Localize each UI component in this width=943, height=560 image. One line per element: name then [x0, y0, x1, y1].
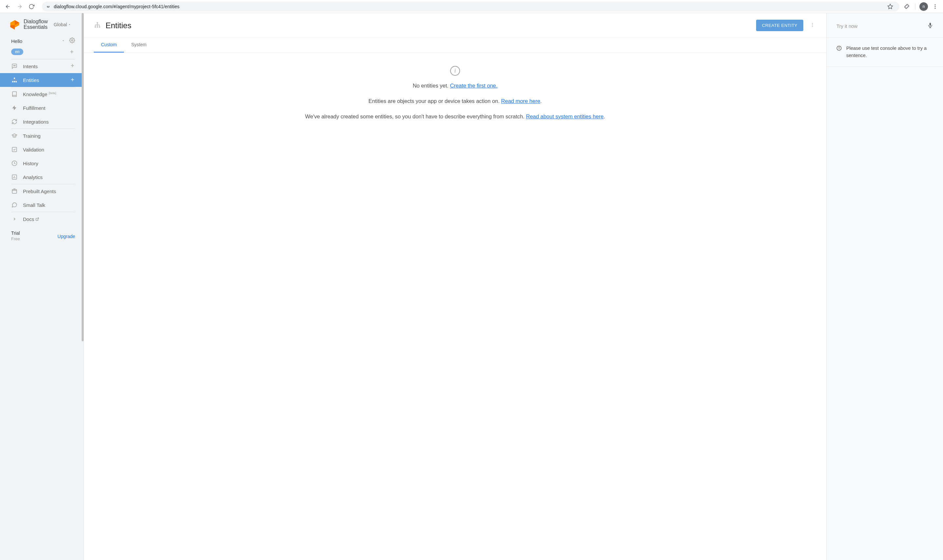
upgrade-link[interactable]: Upgrade [57, 234, 75, 239]
empty-state: i No entities yet. Create the first one.… [84, 53, 826, 141]
add-language-button[interactable] [69, 49, 75, 55]
brand-title: Dialogflow [24, 19, 48, 25]
more-menu-icon[interactable] [809, 21, 817, 30]
svg-point-13 [14, 66, 15, 66]
svg-rect-33 [97, 26, 98, 28]
sidebar-item-integrations[interactable]: Integrations [0, 115, 82, 129]
profile-avatar[interactable]: n [919, 2, 928, 11]
create-entity-button[interactable]: CREATE ENTITY [756, 20, 803, 31]
add-entities-button[interactable] [70, 76, 75, 84]
gear-icon[interactable] [69, 37, 75, 45]
svg-rect-23 [12, 147, 17, 152]
sidebar-item-knowledge[interactable]: Knowledge [beta] [0, 87, 82, 101]
language-pill[interactable]: en [11, 49, 23, 55]
svg-marker-8 [10, 25, 15, 30]
svg-point-3 [935, 4, 936, 5]
entities-icon [11, 77, 18, 83]
extensions-icon[interactable] [902, 2, 911, 11]
project-name[interactable]: Hello [11, 38, 22, 44]
browser-forward-button[interactable] [15, 2, 24, 11]
svg-point-12 [14, 66, 14, 66]
browser-back-button[interactable] [3, 2, 12, 11]
chevron-down-icon [68, 23, 71, 26]
check-icon [11, 146, 18, 153]
svg-point-40 [812, 26, 813, 27]
system-entities-link[interactable]: Read about system entities here [526, 114, 604, 119]
browser-reload-button[interactable] [27, 2, 36, 11]
sidebar-item-label: Analytics [23, 174, 75, 180]
sidebar-item-label: Validation [23, 147, 75, 152]
tab-custom[interactable]: Custom [94, 37, 124, 52]
svg-point-38 [812, 23, 813, 24]
sidebar-item-small-talk[interactable]: Small Talk [0, 198, 82, 212]
box-icon [11, 188, 18, 194]
book-icon [11, 91, 18, 97]
plan-tier: Free [11, 236, 20, 241]
sidebar-item-label: Training [23, 133, 75, 139]
chat-icon [11, 63, 18, 69]
sidebar-item-label: Entities [23, 77, 75, 83]
sidebar-item-label: Small Talk [23, 202, 75, 208]
read-more-link[interactable]: Read more here [501, 98, 540, 104]
content-area: Entities CREATE ENTITY CustomSystem i No… [84, 13, 827, 560]
tabs: CustomSystem [84, 37, 826, 53]
arrow-right-icon [11, 216, 18, 222]
svg-marker-2 [888, 4, 893, 9]
brand-subtitle: Essentials [24, 25, 48, 30]
browser-url-bar[interactable]: dialogflow.cloud.google.com/#/agent/mypr… [42, 2, 899, 11]
hint-info-icon [837, 46, 842, 59]
sidebar-item-docs[interactable]: Docs [0, 212, 82, 226]
sidebar-item-label: Knowledge [beta] [23, 91, 75, 97]
project-dropdown-icon[interactable] [61, 38, 65, 44]
site-info-icon[interactable] [46, 4, 51, 9]
svg-point-43 [839, 47, 839, 47]
plan-label: Trial [11, 231, 20, 236]
svg-rect-17 [14, 78, 15, 79]
beta-tag: [beta] [48, 91, 56, 95]
svg-rect-32 [99, 26, 100, 28]
sidebar-item-label: Integrations [23, 119, 75, 125]
star-icon[interactable] [886, 2, 895, 11]
sidebar-item-fulfillment[interactable]: Fulfillment [0, 101, 82, 115]
svg-rect-30 [97, 22, 98, 23]
dialogflow-logo-icon [9, 19, 20, 30]
try-it-now-input[interactable]: Try it now [837, 23, 857, 29]
create-first-link[interactable]: Create the first one. [450, 83, 497, 89]
sidebar-item-prebuilt-agents[interactable]: Prebuilt Agents [0, 184, 82, 198]
tab-system[interactable]: System [124, 37, 154, 52]
sidebar-item-analytics[interactable]: Analytics [0, 170, 82, 184]
sidebar-item-entities[interactable]: Entities [0, 73, 82, 87]
hint-text: Please use test console above to try a s… [846, 45, 933, 59]
sidebar-item-validation[interactable]: Validation [0, 143, 82, 156]
svg-rect-29 [12, 189, 17, 194]
svg-point-4 [935, 6, 936, 7]
school-icon [11, 132, 18, 139]
add-intents-button[interactable] [70, 63, 75, 70]
svg-point-9 [71, 40, 73, 41]
brand-block: Dialogflow Essentials Global [0, 13, 82, 34]
svg-rect-31 [95, 26, 96, 28]
svg-point-14 [15, 66, 16, 66]
browser-chrome: dialogflow.cloud.google.com/#/agent/mypr… [0, 0, 943, 13]
svg-rect-19 [16, 81, 17, 82]
chrome-menu-icon[interactable] [931, 2, 940, 11]
sidebar-item-history[interactable]: History [0, 156, 82, 170]
bolt-icon [11, 105, 18, 111]
sidebar-item-label: History [23, 161, 75, 166]
microphone-icon[interactable] [927, 22, 933, 30]
sidebar-item-label: Intents [23, 64, 75, 69]
svg-rect-20 [14, 81, 15, 82]
svg-point-39 [812, 24, 813, 25]
entities-header-icon [94, 21, 101, 30]
svg-point-1 [49, 6, 49, 6]
clock-icon [11, 160, 18, 166]
region-selector[interactable]: Global [54, 22, 71, 27]
sidebar-item-training[interactable]: Training [0, 129, 82, 143]
sidebar: Dialogflow Essentials Global Hello en [0, 13, 84, 560]
svg-point-5 [935, 8, 936, 9]
sidebar-item-label: Fulfillment [23, 105, 75, 111]
svg-point-0 [47, 6, 48, 6]
sidebar-item-intents[interactable]: Intents [0, 59, 82, 73]
chart-icon [11, 174, 18, 180]
sync-icon [11, 118, 18, 125]
